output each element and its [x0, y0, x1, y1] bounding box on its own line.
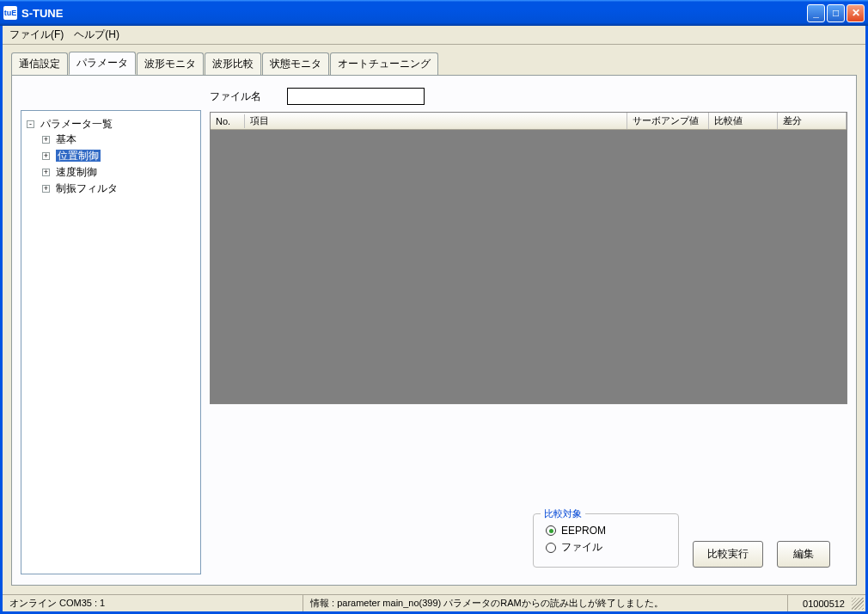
- statusbar: オンライン COM35 : 1 情報 : parameter main_no(3…: [3, 594, 865, 611]
- minimize-button[interactable]: _: [807, 4, 825, 22]
- resize-grip-icon[interactable]: [852, 598, 864, 610]
- expand-icon[interactable]: +: [42, 136, 50, 144]
- radio-eeprom[interactable]: [546, 525, 556, 536]
- tree-item-position[interactable]: + 位置制御: [42, 148, 195, 164]
- tab-parameter[interactable]: パラメータ: [69, 52, 136, 75]
- menubar: ファイル(F) ヘルプ(H): [3, 26, 865, 45]
- expand-icon[interactable]: +: [42, 169, 50, 176]
- status-message: 情報 : parameter main_no(399) パラメータのRAMからの…: [303, 595, 788, 611]
- col-item[interactable]: 項目: [245, 113, 627, 129]
- tree-item-speed[interactable]: + 速度制御: [42, 164, 195, 181]
- parameter-table[interactable]: No. 項目 サーボアンプ値 比較値 差分: [210, 112, 847, 404]
- collapse-icon[interactable]: -: [27, 120, 34, 128]
- tree-item-label[interactable]: 基本: [56, 133, 76, 145]
- radio-eeprom-label: EEPROM: [561, 525, 606, 537]
- compare-target-group: 比較対象 EEPROM ファイル: [533, 513, 679, 568]
- radio-file-row[interactable]: ファイル: [546, 540, 666, 555]
- col-amp[interactable]: サーボアンプ値: [627, 113, 709, 129]
- filename-label: ファイル名: [210, 89, 261, 104]
- tree-item-vibration-filter[interactable]: + 制振フィルタ: [42, 181, 195, 197]
- table-header-row: No. 項目 サーボアンプ値 比較値 差分: [211, 113, 847, 130]
- app-icon: tuE: [3, 6, 17, 20]
- tab-wave-compare[interactable]: 波形比較: [205, 52, 261, 76]
- radio-file-label: ファイル: [561, 540, 602, 555]
- expand-icon[interactable]: +: [42, 185, 50, 193]
- tab-content: - パラメータ一覧 + 基本 + 位置制御: [11, 75, 857, 586]
- radio-eeprom-row[interactable]: EEPROM: [546, 525, 666, 537]
- menu-help[interactable]: ヘルプ(H): [74, 28, 119, 42]
- menu-file[interactable]: ファイル(F): [9, 28, 64, 42]
- tree-item-label[interactable]: 位置制御: [56, 150, 101, 162]
- tree-item-label[interactable]: 速度制御: [56, 166, 97, 178]
- close-button[interactable]: ✕: [847, 4, 865, 22]
- col-cmp[interactable]: 比較値: [709, 113, 778, 129]
- expand-icon[interactable]: +: [42, 152, 50, 160]
- window-title: S-TUNE: [21, 7, 807, 20]
- titlebar: tuE S-TUNE _ □ ✕: [0, 0, 868, 26]
- status-connection: オンライン COM35 : 1: [3, 595, 303, 611]
- tree-root-label[interactable]: パラメータ一覧: [40, 118, 113, 130]
- edit-button[interactable]: 編集: [777, 541, 830, 568]
- compare-target-title: 比較対象: [541, 507, 585, 520]
- filename-input[interactable]: [287, 88, 425, 105]
- tree-item-basic[interactable]: + 基本: [42, 132, 195, 148]
- tab-wave-monitor[interactable]: 波形モニタ: [137, 52, 204, 76]
- tab-strip: 通信設定 パラメータ 波形モニタ 波形比較 状態モニタ オートチューニング: [3, 45, 865, 75]
- parameter-tree[interactable]: - パラメータ一覧 + 基本 + 位置制御: [21, 110, 201, 574]
- tree-root-node[interactable]: - パラメータ一覧 + 基本 + 位置制御: [27, 116, 195, 198]
- compare-button[interactable]: 比較実行: [693, 541, 763, 568]
- radio-file[interactable]: [546, 543, 556, 553]
- tab-comm-settings[interactable]: 通信設定: [11, 52, 68, 76]
- tree-item-label[interactable]: 制振フィルタ: [56, 182, 118, 194]
- col-diff[interactable]: 差分: [778, 113, 847, 129]
- maximize-button[interactable]: □: [827, 4, 845, 22]
- tab-auto-tuning[interactable]: オートチューニング: [330, 52, 438, 76]
- tab-status-monitor[interactable]: 状態モニタ: [262, 52, 329, 76]
- col-no[interactable]: No.: [211, 114, 245, 128]
